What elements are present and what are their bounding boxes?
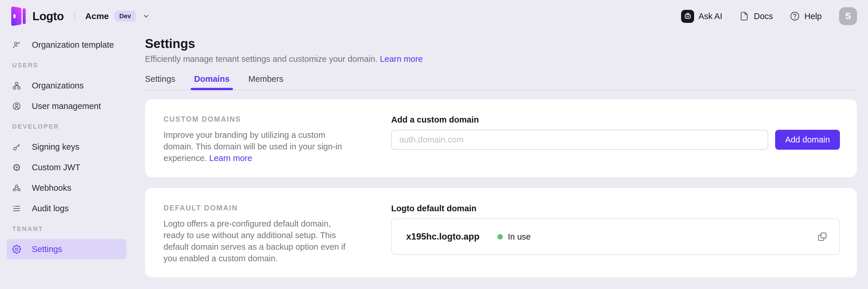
sidebar-item-label: Signing keys xyxy=(32,142,79,152)
help-label: Help xyxy=(804,11,822,21)
tab-bar: Settings Domains Members xyxy=(145,74,857,90)
key-icon xyxy=(12,142,21,151)
page-learn-more-link[interactable]: Learn more xyxy=(380,54,423,64)
default-domain-section-title: DEFAULT DOMAIN xyxy=(163,204,349,212)
custom-domain-input[interactable] xyxy=(391,130,768,150)
webhook-icon xyxy=(12,183,21,192)
sidebar-item-label: Settings xyxy=(32,245,62,254)
custom-domains-info: CUSTOM DOMAINS Improve your branding by … xyxy=(163,115,349,164)
tab-domains[interactable]: Domains xyxy=(194,74,229,89)
sidebar-item-label: User management xyxy=(32,102,101,111)
sidebar-item-settings[interactable]: Settings xyxy=(7,239,126,259)
tab-members[interactable]: Members xyxy=(248,74,283,89)
sidebar-item-label: Organization template xyxy=(32,40,114,50)
sidebar-item-organizations[interactable]: Organizations xyxy=(7,75,126,96)
logto-brand[interactable]: Logto xyxy=(9,5,64,28)
sidebar-section-users: USERS xyxy=(7,55,126,75)
tab-settings[interactable]: Settings xyxy=(145,74,175,89)
custom-domains-form: Add a custom domain Add domain xyxy=(391,115,840,164)
sidebar: Organization template USERS Organization… xyxy=(0,32,136,259)
user-avatar[interactable]: S xyxy=(839,7,857,25)
docs-button[interactable]: Docs xyxy=(739,11,773,22)
custom-domains-learn-more-link[interactable]: Learn more xyxy=(209,153,252,163)
sidebar-item-label: Audit logs xyxy=(32,204,69,213)
custom-domains-section-title: CUSTOM DOMAINS xyxy=(163,115,349,123)
page-description: Efficiently manage tenant settings and c… xyxy=(145,54,857,64)
sidebar-section-tenant: TENANT xyxy=(7,219,126,239)
tenant-selector[interactable]: Acme Dev xyxy=(85,11,150,22)
default-domain-description: Logto offers a pre-configured default do… xyxy=(163,218,349,264)
org-chart-icon xyxy=(12,81,21,90)
add-domain-button[interactable]: Add domain xyxy=(775,130,840,150)
header-divider xyxy=(74,11,75,22)
sidebar-item-user-management[interactable]: User management xyxy=(7,96,126,116)
sidebar-item-label: Webhooks xyxy=(32,183,71,193)
gear-icon xyxy=(12,245,21,254)
sidebar-item-audit-logs[interactable]: Audit logs xyxy=(7,198,126,218)
brand-name: Logto xyxy=(32,10,64,23)
tenant-name: Acme xyxy=(85,11,109,21)
person-check-icon xyxy=(12,40,21,49)
question-circle-icon xyxy=(789,11,800,22)
status-badge: In use xyxy=(508,232,531,242)
chevron-down-icon xyxy=(142,12,150,20)
copy-icon xyxy=(817,231,828,242)
copy-button[interactable] xyxy=(817,231,828,242)
default-domain-label: Logto default domain xyxy=(391,204,840,213)
sidebar-item-label: Organizations xyxy=(32,81,84,91)
sidebar-item-custom-jwt[interactable]: Custom JWT xyxy=(7,157,126,177)
active-tab-underline xyxy=(191,88,233,90)
sidebar-item-webhooks[interactable]: Webhooks xyxy=(7,178,126,198)
seal-plus-icon xyxy=(12,163,21,172)
default-domain-card: DEFAULT DOMAIN Logto offers a pre-config… xyxy=(145,188,857,278)
document-icon xyxy=(739,11,749,22)
sidebar-section-developer: DEVELOPER xyxy=(7,116,126,137)
list-icon xyxy=(12,204,21,213)
default-domain-row: x195hc.logto.app In use xyxy=(391,218,840,255)
custom-domains-card: CUSTOM DOMAINS Improve your branding by … xyxy=(145,99,857,177)
docs-label: Docs xyxy=(754,11,773,21)
ask-ai-button[interactable]: Ask AI xyxy=(681,10,722,23)
main-content: Settings Efficiently manage tenant setti… xyxy=(136,32,868,278)
tenant-env-badge: Dev xyxy=(115,11,135,22)
help-button[interactable]: Help xyxy=(789,11,822,22)
header-actions: Ask AI Docs Help xyxy=(681,10,822,23)
sidebar-item-signing-keys[interactable]: Signing keys xyxy=(7,137,126,157)
ask-ai-label: Ask AI xyxy=(699,11,722,21)
page-title: Settings xyxy=(145,36,857,51)
ask-ai-icon xyxy=(681,10,694,23)
user-circle-icon xyxy=(12,102,21,111)
sidebar-item-label: Custom JWT xyxy=(32,163,81,172)
custom-domains-description: Improve your branding by utilizing a cus… xyxy=(163,129,349,164)
default-domain-info: DEFAULT DOMAIN Logto offers a pre-config… xyxy=(163,204,349,264)
default-domain-panel: Logto default domain x195hc.logto.app In… xyxy=(391,204,840,264)
default-domain-value: x195hc.logto.app xyxy=(406,231,479,242)
add-custom-domain-label: Add a custom domain xyxy=(391,115,840,124)
logto-logo-icon xyxy=(9,5,27,28)
sidebar-item-organization-template[interactable]: Organization template xyxy=(7,35,126,55)
status-dot xyxy=(497,234,503,240)
top-bar: Logto Acme Dev Ask AI xyxy=(0,0,868,32)
